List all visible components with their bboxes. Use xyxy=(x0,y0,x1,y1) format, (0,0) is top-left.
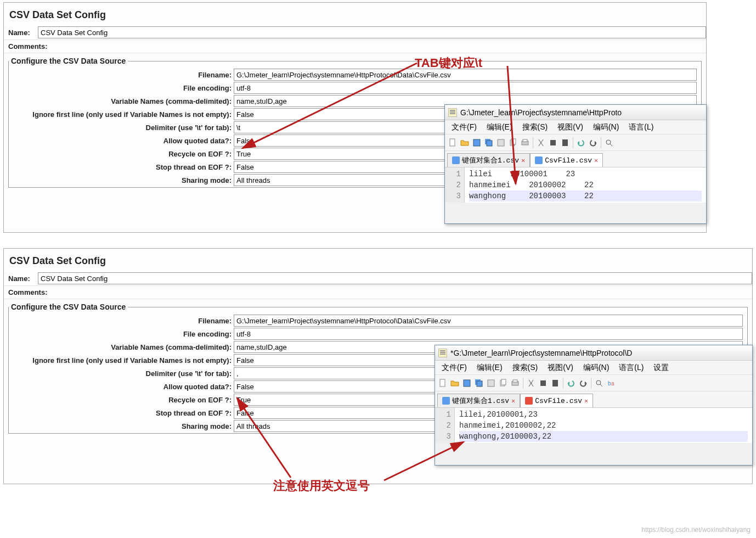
tab-close-icon[interactable]: ✕ xyxy=(521,156,525,165)
tab-label: 键值对集合1.csv xyxy=(462,155,519,165)
code-area[interactable]: lilei 20100001 23hanmeimei 20100002 22wa… xyxy=(465,167,706,203)
open-file-icon[interactable] xyxy=(459,137,470,148)
editor-menu[interactable]: 文件(F) 编辑(E) 搜索(S) 视图(V) 编码(N) 语言(L) xyxy=(445,120,706,134)
svg-rect-19 xyxy=(488,380,494,386)
name-input[interactable] xyxy=(38,272,752,284)
undo-icon[interactable] xyxy=(576,137,586,148)
close-icon[interactable] xyxy=(495,137,506,148)
tab-csvfile[interactable]: CsvFile.csv✕ xyxy=(530,153,603,167)
svg-point-26 xyxy=(596,380,601,385)
comments-label: Comments: xyxy=(4,40,706,53)
menu-settings[interactable]: 设置 xyxy=(649,362,673,374)
tab-label: CsvFile.csv xyxy=(535,397,582,405)
cut-icon[interactable] xyxy=(526,378,537,389)
undo-icon[interactable] xyxy=(566,378,577,389)
menu-encoding[interactable]: 编码(N) xyxy=(589,121,623,133)
file-icon xyxy=(452,156,460,164)
tab-close-icon[interactable]: ✕ xyxy=(594,156,598,165)
menu-search[interactable]: 搜索(S) xyxy=(508,362,543,374)
sharing-label: Sharing mode: xyxy=(9,176,234,184)
menu-search[interactable]: 搜索(S) xyxy=(518,121,552,133)
replace-icon[interactable]: ba xyxy=(606,378,617,389)
menu-file[interactable]: 文件(F) xyxy=(437,362,471,374)
copy2-icon[interactable] xyxy=(538,378,549,389)
editor-title-text: *G:\Jmeter_learn\Project\systemname\Http… xyxy=(450,349,632,357)
editor-window-2: *G:\Jmeter_learn\Project\systemname\Http… xyxy=(435,345,753,466)
close-icon[interactable] xyxy=(486,378,497,389)
save-icon[interactable] xyxy=(461,378,472,389)
save-all-icon[interactable] xyxy=(483,137,494,148)
filename-label: Filename: xyxy=(9,71,234,79)
ignorefirst-label: Ignore first line (only used if Variable… xyxy=(9,356,234,365)
svg-line-12 xyxy=(610,144,612,146)
file-icon xyxy=(535,156,543,164)
new-file-icon[interactable] xyxy=(437,378,448,389)
menu-view[interactable]: 视图(V) xyxy=(553,121,588,133)
copy-icon[interactable] xyxy=(507,137,518,148)
editor-toolbar[interactable] xyxy=(445,134,706,151)
tab-close-icon[interactable]: ✕ xyxy=(584,397,588,405)
line-gutter: 123 xyxy=(435,408,455,443)
redo-icon[interactable] xyxy=(588,137,599,148)
menu-view[interactable]: 视图(V) xyxy=(543,362,578,374)
find-icon[interactable] xyxy=(603,137,614,148)
svg-rect-23 xyxy=(513,380,517,382)
new-file-icon[interactable] xyxy=(447,137,458,148)
delimiter-label: Delimiter (use '\t' for tab): xyxy=(9,124,234,132)
save-all-icon[interactable] xyxy=(473,378,484,389)
svg-rect-1 xyxy=(473,139,480,146)
save-icon[interactable] xyxy=(471,137,482,148)
copy2-icon[interactable] xyxy=(548,137,558,148)
svg-point-11 xyxy=(606,140,611,144)
filename-input[interactable] xyxy=(234,315,743,327)
recycle-label: Recycle on EOF ?: xyxy=(9,150,234,158)
svg-rect-21 xyxy=(501,379,506,385)
paste-icon[interactable] xyxy=(550,378,561,389)
cut-icon[interactable] xyxy=(535,137,546,148)
stopthread-label: Stop thread on EOF ?: xyxy=(9,409,234,417)
code-area[interactable]: lilei,20100001,23hanmeimei,20100002,22wa… xyxy=(455,408,752,443)
menu-lang[interactable]: 语言(L) xyxy=(614,362,648,374)
editor-tabs: 键值对集合1.csv✕ CsvFile.csv✕ xyxy=(435,391,752,408)
toolbar-separator xyxy=(563,378,563,389)
svg-rect-25 xyxy=(552,380,558,386)
svg-rect-16 xyxy=(464,380,470,386)
print-icon[interactable] xyxy=(520,137,531,148)
menu-edit[interactable]: 编辑(E) xyxy=(472,362,507,374)
menu-encoding[interactable]: 编码(N) xyxy=(579,362,613,374)
stopthread-label: Stop thread on EOF ?: xyxy=(9,163,234,171)
encoding-input[interactable] xyxy=(234,328,743,340)
print-icon[interactable] xyxy=(510,378,521,389)
varnames-label: Variable Names (comma-delimited): xyxy=(9,97,234,105)
redo-icon[interactable] xyxy=(578,378,589,389)
tab-close-icon[interactable]: ✕ xyxy=(511,397,515,405)
menu-lang[interactable]: 语言(L) xyxy=(624,121,658,133)
menu-file[interactable]: 文件(F) xyxy=(447,121,481,133)
svg-rect-3 xyxy=(487,141,492,146)
fieldset-legend: Configure the CSV Data Source xyxy=(9,302,128,311)
tab-csv1[interactable]: 键值对集合1.csv✕ xyxy=(437,394,520,407)
tab-label: CsvFile.csv xyxy=(545,156,592,165)
find-icon[interactable] xyxy=(594,378,605,389)
editor-toolbar[interactable]: ba xyxy=(435,375,752,391)
copy-icon[interactable] xyxy=(498,378,509,389)
encoding-input[interactable] xyxy=(234,82,697,94)
file-icon xyxy=(442,397,450,405)
paste-icon[interactable] xyxy=(560,137,571,148)
svg-rect-24 xyxy=(540,380,546,386)
filename-label: Filename: xyxy=(9,317,234,325)
tab-csvfile[interactable]: CsvFile.csv✕ xyxy=(520,394,593,407)
panel-title: CSV Data Set Config xyxy=(4,249,752,271)
editor-menu[interactable]: 文件(F) 编辑(E) 搜索(S) 视图(V) 编码(N) 语言(L) 设置 xyxy=(435,361,752,375)
editor-title-text: G:\Jmeter_learn\Project\systemname\HttpP… xyxy=(460,108,622,117)
comments-label: Comments: xyxy=(4,286,752,299)
name-input[interactable] xyxy=(38,26,706,38)
editor-body: 123 lilei,20100001,23hanmeimei,20100002,… xyxy=(435,408,752,443)
tab-csv1[interactable]: 键值对集合1.csv✕ xyxy=(447,153,530,167)
panel-title: CSV Data Set Config xyxy=(4,3,706,25)
ignorefirst-label: Ignore first line (only used if Variable… xyxy=(9,110,234,119)
svg-rect-0 xyxy=(450,139,455,146)
editor-titlebar: G:\Jmeter_learn\Project\systemname\HttpP… xyxy=(445,105,706,120)
open-file-icon[interactable] xyxy=(449,378,460,389)
menu-edit[interactable]: 编辑(E) xyxy=(482,121,517,133)
